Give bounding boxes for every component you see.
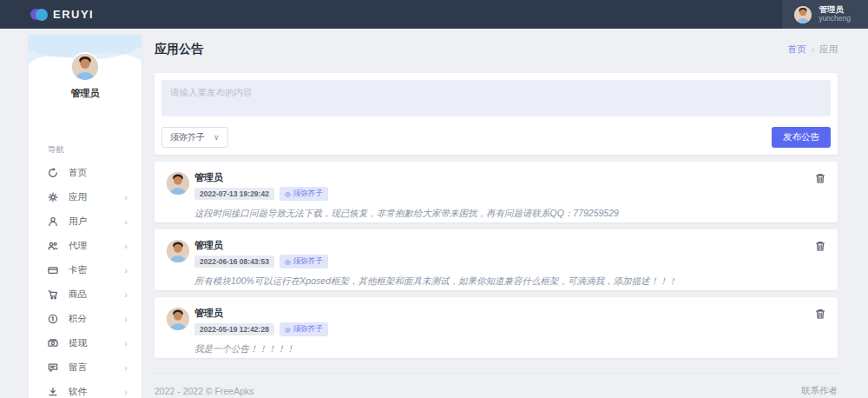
sidebar-item-label: 提现 [69,337,124,349]
sidebar-item-software[interactable]: 软件 › [29,380,141,398]
sidebar-item-label: 应用 [69,191,124,203]
announcement-app-tag-badge: ◎ 须弥芥子 [279,322,328,336]
agents-icon [48,241,58,251]
publish-controls: 须弥芥子 ∨ 发布公告 [161,127,831,148]
announcement-content-input[interactable] [161,80,831,116]
sidebar-item-label: 商品 [69,289,124,301]
brand-name: ERUYI [53,8,94,21]
announcement-author-avatar [167,240,189,262]
brand-logo-icon [30,9,48,21]
target-icon: ◎ [285,190,291,198]
sidebar-item-label: 软件 [69,386,124,398]
publish-button[interactable]: 发布公告 [772,127,831,148]
cart-icon [48,289,58,300]
sidebar-menu: 首页 应用 › 用户 › 代理 › 卡密 [29,161,141,398]
sidebar-item-home[interactable]: 首页 [29,161,141,185]
page-header: 应用公告 首页 › 应用 [155,35,838,64]
chevron-right-icon: › [124,314,128,324]
sidebar-item-goods[interactable]: 商品 › [29,282,141,307]
delete-announcement-button[interactable] [815,172,825,183]
announcement-card: 管理员 2022-05-19 12:42:28 ◎ 须弥芥子 我是一个公告！！！… [155,297,838,358]
points-icon [48,314,58,324]
page-title: 应用公告 [155,42,203,57]
announcement-timestamp-badge: 2022-07-13 19:29:42 [194,188,274,200]
announcement-badges: 2022-05-19 12:42:28 ◎ 须弥芥子 [194,322,328,336]
breadcrumb: 首页 › 应用 [788,43,838,56]
sidebar-profile: 管理员 [29,35,141,132]
navbar-user-account: yuncheng [819,15,851,23]
card-icon [48,265,58,275]
navbar-user-avatar [794,6,812,23]
sidebar-profile-avatar [70,52,100,82]
app-select-dropdown[interactable]: 须弥芥子 ∨ [161,127,228,148]
announcement-timestamp-badge: 2022-05-19 12:42:28 [194,323,274,335]
copyright-text: 2022 - 2022 © FreeApks [155,386,254,396]
target-icon: ◎ [285,258,291,266]
navbar-user-menu[interactable]: 管理员 yuncheng [782,0,868,29]
chevron-right-icon: › [124,192,128,202]
delete-announcement-button[interactable] [815,240,825,251]
sidebar-item-apps[interactable]: 应用 › [29,185,141,209]
announcement-app-tag: 须弥芥子 [293,256,323,267]
announcement-author: 管理员 [194,308,328,319]
delete-announcement-button[interactable] [815,308,825,319]
announcement-content: 这段时间接口问题导致无法下载，现已恢复，非常抱歉给大家带来困扰，再有问题请联系Q… [194,208,825,220]
announcement-header: 管理员 2022-07-13 19:29:42 ◎ 须弥芥子 [167,172,825,201]
sidebar-item-label: 留言 [69,362,124,374]
sidebar-nav-label: 导航 [29,132,141,161]
announcement-card: 管理员 2022-06-16 08:43:53 ◎ 须弥芥子 所有模块100%可… [155,229,838,290]
announcement-author-avatar [167,308,189,330]
breadcrumb-home-link[interactable]: 首页 [788,43,806,56]
chevron-right-icon: › [124,387,128,397]
sidebar-profile-name: 管理员 [29,87,141,100]
breadcrumb-separator: › [812,44,815,55]
main-content: 应用公告 首页 › 应用 须弥芥子 ∨ 发布公告 管理员 2022-07-13 [155,35,838,398]
software-icon [48,387,58,397]
page-footer: 2022 - 2022 © FreeApks 联系作者 [155,373,838,398]
chevron-right-icon: › [124,289,128,300]
announcement-card: 管理员 2022-07-13 19:29:42 ◎ 须弥芥子 这段时间接口问题导… [155,162,838,222]
withdraw-icon [48,338,58,348]
sidebar-item-cardkeys[interactable]: 卡密 › [29,258,141,282]
announcement-content: 所有模块100%可以运行在Xposed框架，其他框架和面具未测试，如果你知道兼容… [194,275,825,288]
announcement-author: 管理员 [194,240,328,251]
announcement-author-avatar [167,172,189,195]
announcement-app-tag-badge: ◎ 须弥芥子 [279,255,328,269]
sidebar: 管理员 导航 首页 应用 › 用户 › 代理 [29,35,141,398]
chevron-right-icon: › [124,265,128,275]
message-icon [48,362,58,373]
sidebar-item-label: 代理 [69,240,124,252]
announcement-timestamp-badge: 2022-06-16 08:43:53 [194,255,274,268]
breadcrumb-current: 应用 [819,43,838,56]
chevron-down-icon: ∨ [214,133,220,142]
contact-author-link[interactable]: 联系作者 [801,385,838,397]
target-icon: ◎ [285,326,291,334]
app-gear-icon [48,192,58,202]
chevron-right-icon: › [124,216,128,227]
sidebar-item-points[interactable]: 积分 › [29,307,141,331]
announcement-author: 管理员 [194,172,328,183]
top-navbar: ERUYI 管理员 yuncheng [0,0,868,29]
sidebar-item-label: 用户 [69,216,124,228]
sidebar-item-messages[interactable]: 留言 › [29,355,141,380]
sidebar-item-withdraw[interactable]: 提现 › [29,331,141,355]
announcement-badges: 2022-07-13 19:29:42 ◎ 须弥芥子 [194,187,328,201]
announcement-app-tag: 须弥芥子 [293,324,323,335]
app-select-value: 须弥芥子 [170,131,205,143]
announcement-badges: 2022-06-16 08:43:53 ◎ 须弥芥子 [194,255,328,269]
announcement-content: 我是一个公告！！！！！ [194,343,825,355]
sidebar-item-label: 卡密 [69,264,124,276]
sidebar-item-label: 首页 [69,167,128,179]
chevron-right-icon: › [124,362,128,373]
sidebar-item-label: 积分 [69,313,124,325]
announcement-app-tag-badge: ◎ 须弥芥子 [279,187,328,201]
announcement-header: 管理员 2022-06-16 08:43:53 ◎ 须弥芥子 [167,240,825,269]
publish-announcement-card: 须弥芥子 ∨ 发布公告 [155,73,838,155]
chevron-right-icon: › [124,338,128,348]
announcement-header: 管理员 2022-05-19 12:42:28 ◎ 须弥芥子 [167,308,825,336]
sidebar-item-users[interactable]: 用户 › [29,209,141,234]
home-icon [48,168,58,178]
brand-logo[interactable]: ERUYI [0,8,94,21]
sidebar-item-agents[interactable]: 代理 › [29,234,141,258]
chevron-right-icon: › [124,241,128,251]
